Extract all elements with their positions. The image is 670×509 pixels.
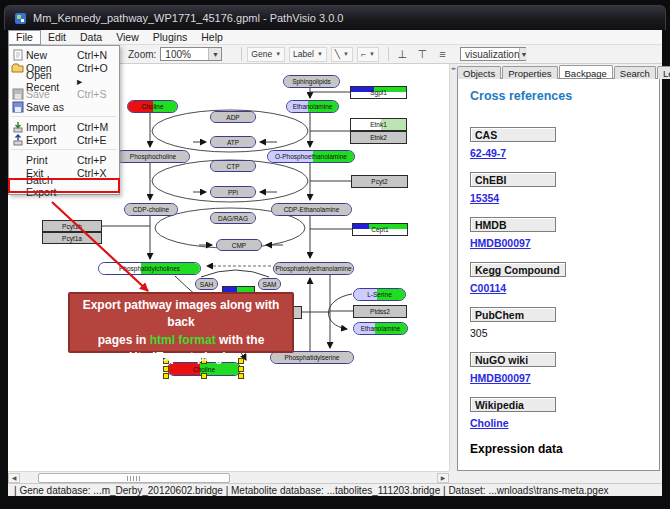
align-center-horizontal-icon[interactable]: ⊤	[414, 47, 431, 62]
status-bar: | Gene database: ...m_Derby_20120602.bri…	[8, 483, 662, 496]
gene-shape-dropdown[interactable]: Gene▼	[247, 47, 285, 62]
callout-line2: pages in html format with the	[70, 332, 292, 349]
node-label: Ptdss2	[354, 306, 406, 317]
crossref-header: NuGO wiki	[470, 352, 556, 367]
toolbar-separator	[241, 47, 242, 61]
pathway-node-choline-top[interactable]: Choline	[127, 100, 178, 113]
menubar-item-data[interactable]: Data	[73, 30, 109, 45]
scroll-right-icon[interactable]: ▶	[437, 473, 449, 483]
callout-line1: Export pathway images along with back	[70, 297, 292, 332]
align-center-vertical-icon[interactable]: ⊥	[394, 47, 411, 62]
pathway-node-phosphatidylethanolamine[interactable]: Phosphatidylethanolamine	[273, 262, 354, 275]
pathvisio-app-icon	[14, 12, 27, 25]
pathway-node-pcyt1a[interactable]: Pcyt1a	[42, 232, 102, 244]
node-label: PPi	[211, 187, 255, 197]
node-label: Phosphatidylethanolamine	[274, 263, 353, 274]
menu-shortcut: Ctrl+X	[77, 167, 115, 179]
import-icon	[9, 121, 26, 133]
menu-separator	[11, 146, 117, 150]
menubar-item-edit[interactable]: Edit	[41, 30, 73, 45]
zoom-combobox[interactable]: 100% ▼	[160, 47, 222, 61]
tab-backpage[interactable]: Backpage	[559, 65, 613, 78]
pathway-node-pcyt2[interactable]: Pcyt2	[351, 175, 408, 188]
pathway-node-ctp[interactable]: CTP	[210, 160, 256, 172]
chevron-down-icon[interactable]: ▼	[208, 48, 221, 60]
chevron-down-icon: ▼	[317, 51, 323, 57]
stack-rows-icon[interactable]: ≡	[434, 46, 451, 61]
selection-handle[interactable]	[238, 366, 244, 372]
pathway-node-phosphatidylcholines[interactable]: Phosphatidylcholines	[98, 262, 201, 275]
crossref-section-hmdb: HMDBHMDB00097	[470, 217, 659, 249]
pathway-node-ethanolamine-top[interactable]: Ethanolamine	[286, 100, 339, 113]
panel-splitter[interactable]: ◂▸	[449, 64, 457, 471]
selection-handle[interactable]	[163, 373, 169, 379]
label-dropdown[interactable]: Label▼	[289, 47, 327, 62]
pathway-node-atp[interactable]: ATP	[210, 136, 256, 148]
selection-handle[interactable]	[163, 366, 169, 372]
file-menu: NewCtrl+NOpenCtrl+OOpen Recent▸SaveCtrl+…	[8, 45, 120, 195]
node-label: CMP	[217, 240, 261, 250]
tab-legend[interactable]: Legend	[657, 66, 670, 79]
pathway-node-l-serine[interactable]: L-Serine	[353, 288, 406, 301]
canvas-horizontal-scrollbar[interactable]: ◀ ▶	[8, 471, 449, 483]
tab-search[interactable]: Search	[614, 66, 656, 79]
node-label: DAG/RAG	[211, 213, 255, 223]
tab-objects[interactable]: Objects	[457, 66, 501, 79]
selection-handle[interactable]	[201, 373, 207, 379]
scrollbar-thumb[interactable]	[38, 473, 230, 483]
pathway-node-etnk2[interactable]: Etnk2	[350, 131, 407, 144]
crossref-link[interactable]: Choline	[470, 417, 659, 429]
pathway-node-sphingolipids[interactable]: Sphingolipids	[283, 75, 340, 88]
new-icon	[9, 49, 26, 61]
pathway-node-phosphocholine[interactable]: Phosphocholine	[116, 150, 190, 163]
menu-item-save[interactable]: SaveCtrl+S	[9, 87, 119, 100]
export-icon	[9, 134, 26, 146]
pathway-node-pcyt1b[interactable]: Pcyt1b	[42, 220, 102, 232]
pathway-node-o-phosphoethanolamine[interactable]: O-Phosphoethanolamine	[267, 150, 355, 163]
node-label: Sphingolipids	[284, 76, 339, 87]
menubar-item-help[interactable]: Help	[194, 30, 230, 45]
menu-item-print[interactable]: PrintCtrl+P	[9, 153, 119, 166]
pathway-node-ethanolamine-bottom[interactable]: Ethanolamine	[353, 322, 408, 335]
menubar-item-plugins[interactable]: Plugins	[146, 30, 194, 45]
crossref-link[interactable]: HMDB00097	[470, 372, 659, 384]
connector-dropdown[interactable]: ⌐▼	[357, 47, 379, 62]
pathway-node-sam[interactable]: SAM	[258, 278, 281, 290]
pathway-node-ptdss2[interactable]: Ptdss2	[353, 305, 407, 318]
crossref-link[interactable]: HMDB00097	[470, 237, 659, 249]
pathway-node-etnk1[interactable]: Etnk1	[350, 118, 407, 131]
pathway-node-ppi[interactable]: PPi	[210, 186, 256, 198]
crossref-link[interactable]: C00114	[470, 282, 659, 294]
menubar-item-view[interactable]: View	[109, 30, 146, 45]
crossref-link[interactable]: 62-49-7	[470, 147, 659, 159]
zoom-label: Zoom:	[128, 49, 156, 60]
pathway-node-cept1[interactable]: Cept1	[352, 223, 408, 236]
crossref-header: CAS	[470, 127, 556, 142]
pathway-node-dag[interactable]: DAG/RAG	[210, 212, 256, 224]
crossref-link[interactable]: 15354	[470, 192, 659, 204]
node-label: ATP	[211, 137, 255, 147]
pathway-node-sgpl1[interactable]: Sgpl1	[350, 86, 407, 99]
pathway-node-cmp[interactable]: CMP	[216, 239, 262, 251]
visualization-combobox[interactable]: visualization ▼	[460, 47, 526, 61]
menubar-item-file[interactable]: File	[8, 30, 41, 45]
chevron-down-icon[interactable]: ▼	[519, 48, 527, 60]
scroll-left-icon[interactable]: ◀	[8, 473, 20, 483]
pathway-node-adp[interactable]: ADP	[210, 111, 256, 123]
pathway-node-cdp-ethanolamine[interactable]: CDP-Ethanolamine	[271, 203, 352, 216]
node-label: Etnk1	[351, 119, 406, 130]
chevron-down-icon: ▼	[369, 51, 375, 57]
menu-item-open-recent[interactable]: Open Recent▸	[9, 74, 119, 87]
tab-properties[interactable]: Properties	[502, 66, 557, 79]
menu-item-export[interactable]: ExportCtrl+E	[9, 133, 119, 146]
menu-item-import[interactable]: ImportCtrl+M	[9, 120, 119, 133]
menu-item-new[interactable]: NewCtrl+N	[9, 48, 119, 61]
pathway-node-cdp-choline[interactable]: CDP-choline	[124, 203, 178, 216]
node-label: Pcyt1a	[43, 233, 101, 243]
side-panel-tabs: ObjectsPropertiesBackpageSearchLegend	[457, 66, 670, 79]
line-dropdown[interactable]: ╲▼	[331, 47, 353, 62]
pathway-node-sah[interactable]: SAH	[195, 278, 218, 290]
menu-item-save-as[interactable]: Save as	[9, 100, 119, 113]
selection-handle[interactable]	[238, 373, 244, 379]
menu-item-batch-export[interactable]: Batch Export	[9, 179, 119, 192]
